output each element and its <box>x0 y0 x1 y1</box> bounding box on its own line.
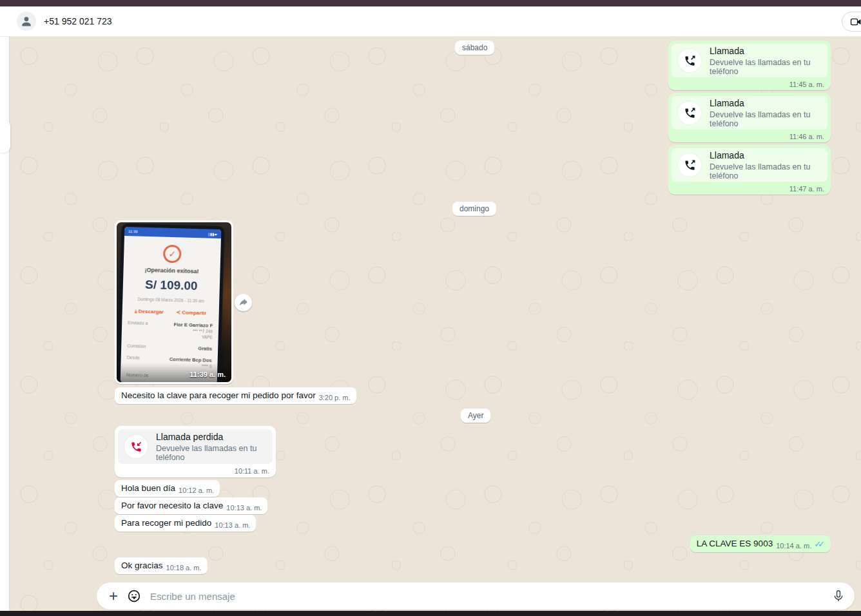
message-time: 11:45 a. m. <box>672 77 827 88</box>
call-card[interactable]: Llamada perdida Devuelve las llamadas en… <box>118 429 273 464</box>
message-time: 11:46 a. m. <box>672 130 827 140</box>
call-texts: Llamada Devuelve las llamadas en tu telé… <box>710 98 821 128</box>
call-texts: Llamada Devuelve las llamadas en tu telé… <box>710 46 821 76</box>
receipt-status-icons: ▯▮▮▰ <box>208 231 218 236</box>
call-card[interactable]: Llamada Devuelve las llamadas en tu telé… <box>672 148 827 182</box>
message-bubble[interactable]: Para recoger mi pedido 10:13 a. m. <box>115 515 256 532</box>
recipient: Flor E Garriazo F *** **7 249 YAPE <box>173 322 213 340</box>
call-texts: Llamada perdida Devuelve las llamadas en… <box>156 432 266 462</box>
avatar[interactable] <box>17 12 36 31</box>
receipt-screen: 11:39 ▯▮▮▰ ✓ ¡Operación exitosa! S/ 109.… <box>121 227 222 382</box>
date-chip-yesterday: Ayer <box>461 409 490 423</box>
chat-header: +51 952 021 723 <box>0 6 861 37</box>
call-card[interactable]: Llamada Devuelve las llamadas en tu telé… <box>672 96 827 130</box>
message-text: LA CLAVE ES 9003 <box>697 539 773 548</box>
message-text: Por favor necesito la clave <box>121 501 223 510</box>
emoji-sticker-button[interactable] <box>126 588 142 604</box>
receipt-statusbar: 11:39 ▯▮▮▰ <box>124 227 221 238</box>
message-text: Necesito la clave para recoger mi pedido… <box>121 390 316 400</box>
sticker-face-icon <box>126 588 142 604</box>
forward-button[interactable] <box>235 294 252 311</box>
contact-name[interactable]: +51 952 021 723 <box>44 16 112 26</box>
message-composer[interactable]: + <box>97 582 855 610</box>
date-chip-saturday: sábado <box>455 41 494 55</box>
message-input[interactable] <box>150 591 831 602</box>
date-chip-sunday: domingo <box>452 202 496 216</box>
video-call-button[interactable] <box>842 12 861 32</box>
sent-to-label: Enviado a <box>128 320 148 338</box>
call-texts: Llamada Devuelve las llamadas en tu telé… <box>710 150 821 180</box>
receipt-amount: S/ 109.00 <box>123 277 220 294</box>
microphone-button[interactable] <box>831 589 846 603</box>
call-card[interactable]: Llamada Devuelve las llamadas en tu telé… <box>672 44 827 77</box>
share-action: ≺ Compartir <box>176 309 206 316</box>
person-icon <box>20 15 33 28</box>
window-titlebar <box>0 0 861 6</box>
collapsed-sidebar <box>0 6 10 611</box>
message-bubble[interactable]: Por favor necesito la clave 10:13 a. m. <box>115 497 267 514</box>
fee-label: Comisión <box>127 343 146 350</box>
call-message-outgoing[interactable]: Llamada Devuelve las llamadas en tu telé… <box>668 41 831 90</box>
call-subtitle: Devuelve las llamadas en tu teléfono <box>710 58 821 76</box>
message-time: 10:13 a. m. <box>215 521 250 529</box>
message-time: 10:18 a. m. <box>166 564 202 572</box>
attach-button[interactable]: + <box>109 588 118 604</box>
message-time: 10:12 a. m. <box>179 486 214 494</box>
receipt-status-time: 11:39 <box>128 229 138 233</box>
outgoing-call-icon <box>678 153 701 177</box>
message-time: 10:13 a. m. <box>226 504 262 512</box>
image-message[interactable]: 11:39 ▯▮▮▰ ✓ ¡Operación exitosa! S/ 109.… <box>115 220 233 384</box>
message-bubble-outgoing[interactable]: LA CLAVE ES 9003 10:14 a. m. ✓✓ <box>690 535 831 552</box>
read-receipt-icon: ✓✓ <box>814 539 825 549</box>
message-text: Para recoger mi pedido <box>121 518 211 528</box>
message-bubble[interactable]: Necesito la clave para recoger mi pedido… <box>115 387 356 404</box>
message-time: 3:20 p. m. <box>319 394 351 401</box>
download-action: ⤓ Descargar <box>135 308 164 315</box>
call-title: Llamada <box>710 98 821 108</box>
message-time: 10:14 a. m. <box>776 542 811 550</box>
receipt-title: ¡Operación exitosa! <box>123 266 220 275</box>
video-camera-icon <box>849 15 861 28</box>
receipt-date: Domingo 08 Marzo 2026 - 11:39 am <box>122 296 219 303</box>
call-subtitle: Devuelve las llamadas en tu teléfono <box>710 162 821 180</box>
call-subtitle: Devuelve las llamadas en tu teléfono <box>710 110 821 128</box>
missed-call-message[interactable]: Llamada perdida Devuelve las llamadas en… <box>115 426 276 477</box>
message-text: Ok gracias <box>121 561 163 570</box>
missed-call-icon <box>124 435 148 458</box>
outgoing-call-icon <box>678 49 701 72</box>
call-title: Llamada <box>710 150 821 160</box>
call-title: Llamada perdida <box>156 432 266 442</box>
window-bottom-edge <box>0 611 861 616</box>
microphone-icon <box>831 589 846 603</box>
message-time: 11:39 a. m. <box>189 371 226 378</box>
success-check-icon: ✓ <box>163 245 182 264</box>
call-message-outgoing[interactable]: Llamada Devuelve las llamadas en tu telé… <box>668 93 831 142</box>
fee-value: Gratis <box>198 345 212 352</box>
receipt-actions: ⤓ Descargar ≺ Compartir <box>122 308 219 317</box>
call-title: Llamada <box>710 46 821 56</box>
message-bubble[interactable]: Hola buen día 10:12 a. m. <box>115 480 220 497</box>
message-bubble[interactable]: Ok gracias 10:18 a. m. <box>115 557 208 574</box>
forward-icon <box>238 298 249 308</box>
sidebar-drawer-handle[interactable] <box>0 119 10 153</box>
message-time: 10:11 a. m. <box>118 464 273 475</box>
message-time: 11:47 a. m. <box>672 182 827 193</box>
photo: 11:39 ▯▮▮▰ ✓ ¡Operación exitosa! S/ 109.… <box>117 222 231 382</box>
chat-wallpaper: sábado Llamada Devuelve las llamadas en … <box>10 37 861 611</box>
call-message-outgoing[interactable]: Llamada Devuelve las llamadas en tu telé… <box>668 145 831 195</box>
outgoing-call-icon <box>678 101 701 124</box>
call-subtitle: Devuelve las llamadas en tu teléfono <box>156 444 266 462</box>
message-text: Hola buen día <box>121 483 175 493</box>
